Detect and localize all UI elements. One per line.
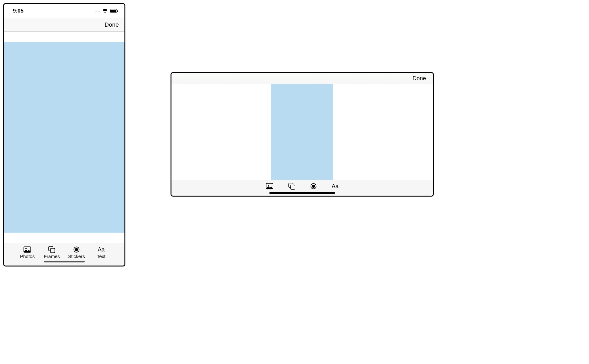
bottom-toolbar: Photos Frames Stickers Aa T (4, 243, 124, 266)
editor-content (171, 84, 433, 180)
frames-icon (288, 183, 295, 190)
done-button[interactable]: Done (413, 75, 426, 82)
wifi-icon (102, 9, 108, 13)
toolbar-label: Frames (44, 254, 60, 259)
battery-icon (110, 9, 118, 13)
svg-rect-6 (50, 248, 55, 253)
editor-canvas[interactable] (4, 42, 124, 233)
toolbar-item-stickers[interactable]: Stickers (68, 246, 85, 259)
content-margin-top (4, 32, 124, 42)
home-indicator[interactable] (269, 192, 335, 194)
text-icon: Aa (332, 183, 339, 190)
photo-icon (24, 246, 31, 253)
toolbar-item-frames[interactable] (288, 182, 295, 190)
svg-rect-1 (110, 10, 116, 13)
svg-rect-2 (117, 10, 118, 12)
frames-icon (48, 246, 55, 253)
svg-point-4 (25, 248, 27, 249)
text-icon: Aa (98, 246, 105, 253)
toolbar-item-text[interactable]: Aa Text (93, 246, 109, 259)
status-time: 9:05 (13, 8, 24, 14)
nav-bar: Done (4, 18, 124, 32)
device-portrait: 9:05 Done Photos (3, 3, 125, 266)
toolbar-item-photos[interactable] (266, 182, 273, 190)
svg-rect-11 (291, 185, 295, 189)
home-indicator[interactable] (44, 261, 85, 262)
toolbar-label: Stickers (68, 254, 85, 259)
status-bar: 9:05 (4, 4, 124, 18)
toolbar-label: Photos (20, 254, 35, 259)
bottom-toolbar: Aa (171, 180, 433, 196)
device-landscape: Done (171, 72, 434, 197)
toolbar-label: Text (97, 254, 106, 259)
photo-icon (266, 183, 273, 189)
toolbar-item-frames[interactable]: Frames (44, 246, 60, 259)
toolbar-item-text[interactable]: Aa (332, 182, 339, 190)
stickers-icon (73, 246, 80, 253)
stickers-icon (310, 183, 317, 189)
done-button[interactable]: Done (105, 21, 119, 28)
toolbar-item-photos[interactable]: Photos (19, 246, 35, 259)
editor-content (4, 32, 124, 243)
cellular-signal-icon (95, 11, 100, 12)
svg-point-9 (268, 185, 269, 186)
content-margin-bottom (4, 233, 124, 243)
nav-bar: Done (171, 73, 433, 84)
toolbar-item-stickers[interactable] (310, 182, 317, 190)
status-indicators (95, 9, 118, 13)
editor-canvas[interactable] (271, 84, 333, 180)
